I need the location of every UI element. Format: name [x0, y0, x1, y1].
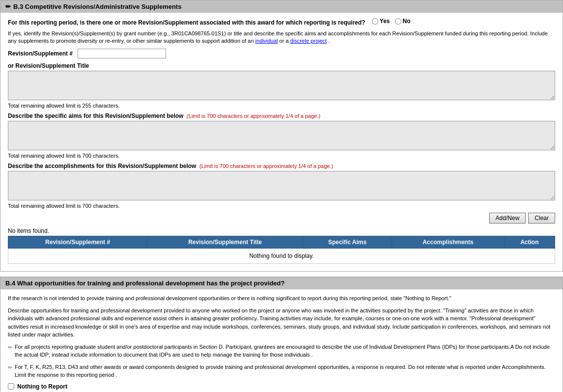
revision-title-label: or Revision/Supplement Title [8, 62, 555, 69]
description-text: If yes, identify the Revision(s)/Supplem… [8, 30, 555, 45]
accomplishments-row: Describe the accomplishments for this Re… [8, 163, 555, 209]
radio-yes-option[interactable]: Yes [372, 18, 390, 25]
specific-aims-label: Describe the specific aims for this Revi… [8, 112, 555, 119]
section-b4-header: B.4 What opportunities for training and … [0, 277, 563, 289]
revision-number-input[interactable] [78, 49, 166, 58]
revision-number-label: Revision/Supplement # [8, 50, 73, 57]
b4-note2: ✏ For T, F, K, R25, R13, D43 and other a… [8, 363, 555, 379]
specific-aims-limit-note: (Limit is 700 characters or approximatel… [187, 113, 320, 119]
individual-link[interactable]: individual [255, 38, 278, 44]
revision-table: Revision/Supplement # Revision/Supplemen… [8, 236, 555, 264]
col-header-accomplishments: Accomplishments [392, 236, 505, 249]
nothing-found-text: Nothing found to display. [12, 251, 551, 261]
individuals-link[interactable]: individuals [284, 352, 310, 358]
action-buttons-row: Add/New Clear [8, 213, 555, 224]
char-limit-3: Total remaining allowed limit is 700 cha… [8, 203, 555, 209]
nothing-to-report-checkbox[interactable] [8, 383, 14, 390]
col-header-action: Action [504, 236, 555, 249]
radio-no-option[interactable]: No [395, 18, 411, 25]
revision-title-textarea[interactable] [8, 71, 555, 100]
discrete-project-link[interactable]: discrete project [290, 38, 327, 44]
char-limit-1: Total remaining allowed limit is 255 cha… [8, 103, 555, 109]
pencil-icon-b3: ✏ [5, 3, 11, 10]
col-header-revision-title: Revision/Supplement Title [147, 236, 303, 249]
add-new-button[interactable]: Add/New [489, 213, 526, 224]
section-b3-header: ✏ B.3 Competitive Revisions/Administrati… [0, 0, 563, 13]
pencil-icon-note1: ✏ [8, 343, 12, 352]
revision-title-row: or Revision/Supplement Title Total remai… [8, 62, 555, 109]
radio-no[interactable] [395, 18, 401, 25]
section-b3: ✏ B.3 Competitive Revisions/Administrati… [0, 0, 563, 272]
nothing-to-report-label: Nothing to Report [17, 383, 67, 390]
col-header-revision-number: Revision/Supplement # [8, 236, 147, 249]
radio-yes[interactable] [372, 18, 378, 25]
accomplishments-limit-note: (Limit is 700 characters or approximatel… [199, 163, 333, 169]
section-b4: B.4 What opportunities for training and … [0, 277, 563, 392]
char-limit-2: Total remaining allowed limit is 700 cha… [8, 153, 555, 159]
accomplishments-label: Describe the accomplishments for this Re… [8, 163, 555, 169]
nothing-found-cell: Nothing found to display. [8, 249, 555, 264]
b4-para2: Describe opportunities for training and … [8, 307, 555, 339]
main-question: For this reporting period, is there one … [8, 18, 555, 26]
section-b4-title: B.4 What opportunities for training and … [5, 280, 284, 287]
specific-aims-textarea[interactable] [8, 121, 555, 150]
specific-aims-row: Describe the specific aims for this Revi… [8, 112, 555, 159]
revision-number-row: Revision/Supplement # [8, 49, 555, 58]
no-items-text: No items found. [8, 227, 555, 234]
revision-table-container: Revision/Supplement # Revision/Supplemen… [8, 236, 555, 264]
pencil-icon-note2: ✏ [8, 364, 12, 372]
accomplishments-textarea[interactable] [8, 171, 555, 200]
b4-note1: ✏ For all projects reporting graduate st… [8, 343, 555, 359]
table-empty-row: Nothing found to display. [8, 249, 555, 264]
limit-response-link[interactable]: Limit the response to this reporting per… [15, 372, 114, 378]
col-header-specific-aims: Specific Aims [303, 236, 392, 249]
table-header-row: Revision/Supplement # Revision/Supplemen… [8, 236, 555, 249]
b4-para1: If the research is not intended to provi… [8, 294, 555, 303]
nothing-to-report-row: Nothing to Report [8, 383, 555, 390]
clear-button[interactable]: Clear [528, 213, 555, 224]
section-b3-title: B.3 Competitive Revisions/Administrative… [13, 3, 181, 10]
